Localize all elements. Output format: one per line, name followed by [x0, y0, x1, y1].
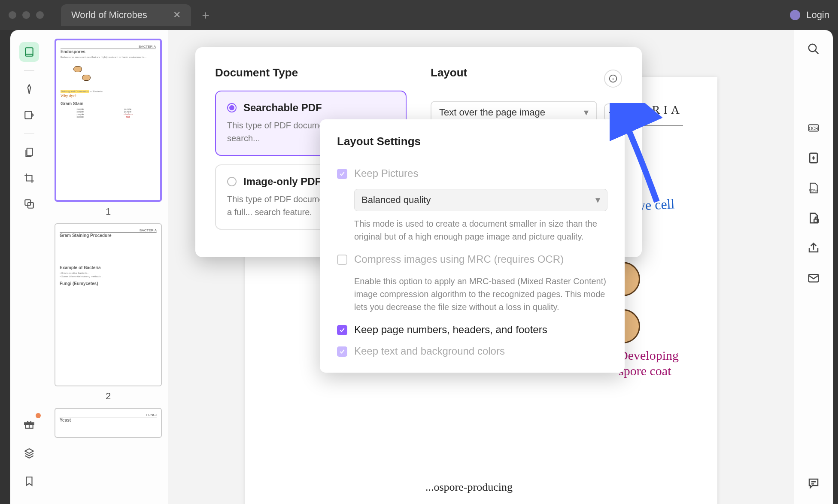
svg-point-14 [612, 111, 614, 114]
thumb-page-number: 1 [106, 206, 111, 217]
gift-icon[interactable] [19, 415, 39, 434]
share-icon[interactable] [806, 240, 821, 256]
thumbnail-page-3[interactable]: FUNGI Yeast [55, 408, 161, 438]
compress-description: Enable this option to apply an MRC-based… [354, 275, 607, 313]
crop-tool-icon[interactable] [19, 168, 39, 188]
new-tab-button[interactable]: ＋ [200, 7, 212, 23]
info-icon[interactable] [604, 70, 622, 88]
document-type-heading: Document Type [215, 66, 407, 79]
book-tool-icon[interactable] [19, 42, 39, 62]
keep-colors-label: Keep text and background colors [354, 345, 505, 357]
handwriting-annotation: Developing spore coat [619, 348, 679, 379]
keep-headers-label: Keep page numbers, headers, and footers [354, 324, 547, 336]
comment-icon[interactable] [806, 476, 821, 491]
thumb-page-number: 2 [106, 391, 111, 402]
search-icon[interactable] [806, 41, 821, 57]
layers-icon[interactable] [19, 443, 39, 463]
svg-rect-1 [25, 111, 31, 118]
page-thumbnails-panel: BACTERIA Endospores Endospores are struc… [48, 30, 168, 504]
pdfa-icon[interactable]: PDF/A [806, 180, 821, 196]
minimize-window-button[interactable] [22, 11, 30, 19]
keep-headers-checkbox[interactable] [337, 325, 347, 335]
thumbnail-page-2[interactable]: BACTERIA Gram Staining Procedure Example… [55, 223, 161, 402]
window-controls [9, 11, 44, 19]
ocr-icon[interactable]: OCR [806, 120, 821, 136]
avatar-icon [790, 10, 800, 20]
edit-text-tool-icon[interactable] [19, 105, 39, 125]
close-window-button[interactable] [9, 11, 16, 19]
login-button[interactable]: Login [790, 9, 829, 21]
gear-icon[interactable] [604, 103, 622, 121]
quality-select[interactable]: Balanced quality [354, 189, 607, 211]
body-text: ...ospore-producing [425, 481, 513, 494]
thumbnail-page-1[interactable]: BACTERIA Endospores Endospores are struc… [55, 39, 161, 217]
keep-colors-checkbox[interactable] [337, 346, 347, 357]
compare-tool-icon[interactable] [19, 194, 39, 214]
layout-settings-popover: Layout Settings Keep Pictures Balanced q… [320, 119, 625, 373]
maximize-window-button[interactable] [36, 11, 44, 19]
left-toolbar [10, 30, 48, 504]
svg-text:OCR: OCR [809, 126, 818, 131]
keep-pictures-label: Keep Pictures [354, 167, 418, 179]
lock-file-icon[interactable] [806, 210, 821, 226]
svg-point-6 [809, 44, 817, 52]
svg-text:PDF/A: PDF/A [809, 188, 818, 192]
svg-rect-2 [27, 148, 33, 155]
mail-icon[interactable] [806, 270, 821, 286]
radio-unchecked-icon [227, 177, 237, 186]
svg-rect-0 [25, 48, 33, 56]
layout-heading: Layout [431, 66, 467, 79]
document-tab[interactable]: World of Microbes ✕ [61, 4, 191, 26]
right-toolbar: OCR PDF/A [794, 30, 833, 504]
highlighter-tool-icon[interactable] [19, 79, 39, 99]
notification-badge [36, 413, 41, 418]
keep-pictures-checkbox[interactable] [337, 169, 347, 179]
bookmark-icon[interactable] [19, 471, 39, 491]
compress-mrc-label: Compress images using MRC (requires OCR) [354, 253, 564, 265]
radio-checked-icon [227, 103, 237, 112]
convert-icon[interactable] [806, 150, 821, 166]
compress-mrc-checkbox[interactable] [337, 255, 347, 265]
quality-description: This mode is used to create a document s… [354, 217, 607, 243]
titlebar: World of Microbes ✕ ＋ Login [0, 0, 838, 30]
tab-title: World of Microbes [71, 9, 147, 21]
close-tab-icon[interactable]: ✕ [173, 9, 181, 21]
pages-tool-icon[interactable] [19, 143, 39, 162]
popover-title: Layout Settings [337, 135, 607, 148]
